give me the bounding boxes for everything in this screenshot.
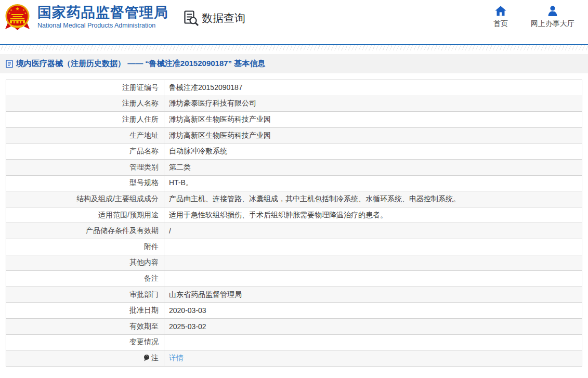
svg-text:★: ★ <box>15 6 19 11</box>
page: ★ ★ ★ ★ ★ 国家药品监督管理局 National Medical Pro… <box>0 0 588 367</box>
row-value-text: 适用于急性软组织损伤、手术后组织肿胀需要物理降温治疗的患者。 <box>169 211 387 219</box>
row-value: 适用于急性软组织损伤、手术后组织肿胀需要物理降温治疗的患者。 <box>164 207 582 223</box>
brand[interactable]: ★ ★ ★ ★ ★ 国家药品监督管理局 National Medical Pro… <box>4 3 168 31</box>
row-label: 附件 <box>6 239 164 255</box>
row-value: 详情 <box>164 350 582 367</box>
row-value-text: 2025-03-02 <box>169 322 206 331</box>
row-label: 注册人名称 <box>6 96 164 112</box>
row-label-text: 附件 <box>144 242 159 251</box>
row-label-text: 管理类别 <box>129 163 159 171</box>
row-label-text: 结构及组成/主要组成成分 <box>76 194 159 203</box>
table-wrap: 注册证编号鲁械注准20152090187注册人名称潍坊豪泰医疗科技有限公司注册人… <box>6 80 582 367</box>
spacer <box>0 50 588 54</box>
info-table: 注册证编号鲁械注准20152090187注册人名称潍坊豪泰医疗科技有限公司注册人… <box>6 80 582 367</box>
row-value <box>164 239 582 255</box>
row-label: 有效期至 <box>6 318 164 334</box>
table-row: 产品名称自动脉冲冷敷系统 <box>6 144 582 160</box>
table-row: 管理类别第二类 <box>6 159 582 175</box>
table-row: 结构及组成/主要组成成分产品由主机、连接管路、冰囊组成，其中主机包括制冷系统、水… <box>6 191 582 207</box>
row-value-text: 第二类 <box>169 163 191 171</box>
table-row: 产品储存条件及有效期/ <box>6 223 582 239</box>
row-label: 注 <box>6 350 164 367</box>
row-label-text: 审批部门 <box>129 290 159 298</box>
row-label: 型号规格 <box>6 175 164 191</box>
row-value: 产品由主机、连接管路、冰囊组成，其中主机包括制冷系统、水循环系统、电器控制系统。 <box>164 191 582 207</box>
row-label: 注册人住所 <box>6 112 164 128</box>
table-row: 附件 <box>6 239 582 255</box>
document-search-icon <box>184 10 199 27</box>
table-row: 注册人住所潍坊高新区生物医药科技产业园 <box>6 112 582 128</box>
user-icon <box>547 6 558 16</box>
row-label-text: 备注 <box>144 274 159 282</box>
hatch-band <box>0 45 588 50</box>
table-row: 注册人名称潍坊豪泰医疗科技有限公司 <box>6 96 582 112</box>
row-label-text: 注 <box>151 354 159 362</box>
row-label: 管理类别 <box>6 159 164 175</box>
site-title: 国家药品监督管理局 <box>37 5 168 20</box>
row-value-text: 山东省药品监督管理局 <box>169 290 242 298</box>
table-row: 生产地址潍坊高新区生物医药科技产业园 <box>6 127 582 144</box>
row-label-text: 适用范围/预期用途 <box>98 211 159 219</box>
page-title-bar: 境内医疗器械（注册历史数据） —— “鲁械注准20152090187” 基本信息 <box>0 54 588 73</box>
row-value: 潍坊豪泰医疗科技有限公司 <box>164 96 582 112</box>
nav-home[interactable]: 首页 <box>493 6 508 29</box>
row-value: HT-B。 <box>164 175 582 191</box>
row-value <box>164 334 582 350</box>
row-label: 备注 <box>6 271 164 287</box>
row-value-text: 潍坊高新区生物医药科技产业园 <box>169 131 271 139</box>
row-value: 自动脉冲冷敷系统 <box>164 144 582 160</box>
data-query-label: 数据查询 <box>202 11 245 25</box>
note-icon <box>143 354 150 361</box>
row-value <box>164 271 582 287</box>
row-value: 潍坊高新区生物医药科技产业园 <box>164 112 582 128</box>
row-label: 结构及组成/主要组成成分 <box>6 191 164 207</box>
row-value: 2020-03-03 <box>164 303 582 319</box>
row-label: 变更情况 <box>6 334 164 350</box>
nav-service-hall[interactable]: 网上办事大厅 <box>531 6 574 29</box>
row-value: 潍坊高新区生物医药科技产业园 <box>164 127 582 144</box>
top-nav: 首页 网上办事大厅 <box>493 6 574 29</box>
national-emblem-logo: ★ ★ ★ ★ ★ <box>4 3 31 31</box>
home-icon <box>495 6 506 16</box>
row-value: 山东省药品监督管理局 <box>164 286 582 303</box>
table-row: 审批部门山东省药品监督管理局 <box>6 286 582 303</box>
row-label-text: 生产地址 <box>129 131 159 139</box>
row-value-text: 潍坊豪泰医疗科技有限公司 <box>169 99 256 107</box>
brand-text: 国家药品监督管理局 National Medical Products Admi… <box>37 5 168 29</box>
row-label-text: 注册人名称 <box>122 99 159 107</box>
table-row: 型号规格HT-B。 <box>6 175 582 191</box>
row-label-text: 有效期至 <box>129 322 159 330</box>
row-label-text: 注册人住所 <box>122 115 159 123</box>
row-value: 鲁械注准20152090187 <box>164 80 582 96</box>
row-label: 适用范围/预期用途 <box>6 207 164 223</box>
row-label: 产品名称 <box>6 144 164 160</box>
nav-service-hall-label: 网上办事大厅 <box>531 19 574 29</box>
row-label: 其他内容 <box>6 255 164 271</box>
table-row: 注详情 <box>6 350 582 367</box>
nav-home-label: 首页 <box>493 19 508 29</box>
row-value <box>164 255 582 271</box>
row-value-text: / <box>169 227 171 235</box>
info-table-body: 注册证编号鲁械注准20152090187注册人名称潍坊豪泰医疗科技有限公司注册人… <box>6 80 582 367</box>
table-row: 有效期至2025-03-02 <box>6 318 582 334</box>
detail-link[interactable]: 详情 <box>169 354 184 362</box>
data-query-tab[interactable]: 数据查询 <box>184 10 245 27</box>
row-label-text: 型号规格 <box>129 178 159 187</box>
row-value-text: 自动脉冲冷敷系统 <box>169 147 227 155</box>
row-value-text: 产品由主机、连接管路、冰囊组成，其中主机包括制冷系统、水循环系统、电器控制系统。 <box>169 194 460 203</box>
row-label: 批准日期 <box>6 303 164 319</box>
row-value: 第二类 <box>164 159 582 175</box>
row-value-text: 鲁械注准20152090187 <box>169 83 243 92</box>
row-value-text: 潍坊高新区生物医药科技产业园 <box>169 115 271 123</box>
site-header: ★ ★ ★ ★ ★ 国家药品监督管理局 National Medical Pro… <box>0 0 588 44</box>
row-value-text: HT-B。 <box>169 178 193 187</box>
row-label: 审批部门 <box>6 286 164 303</box>
row-label-text: 注册证编号 <box>122 83 159 92</box>
row-value: 2025-03-02 <box>164 318 582 334</box>
row-label-text: 产品名称 <box>129 147 159 155</box>
table-row: 备注 <box>6 271 582 287</box>
row-label-text: 批准日期 <box>129 306 159 314</box>
site-subtitle: National Medical Products Administration <box>37 22 168 29</box>
row-label-text: 变更情况 <box>129 337 159 346</box>
table-row: 适用范围/预期用途适用于急性软组织损伤、手术后组织肿胀需要物理降温治疗的患者。 <box>6 207 582 223</box>
